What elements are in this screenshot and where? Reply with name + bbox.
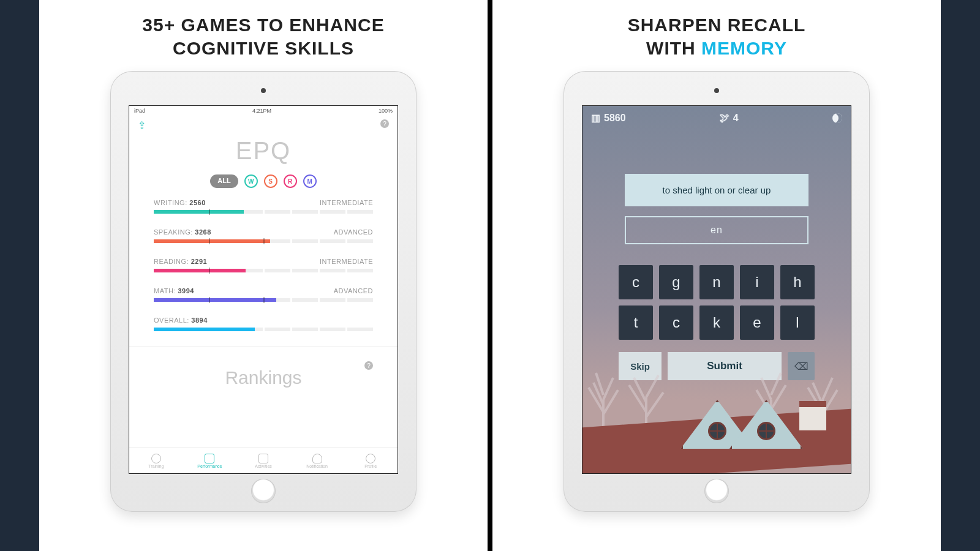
answer-input[interactable]: en	[625, 216, 809, 244]
clue-box: to shed light on or clear up	[625, 174, 809, 206]
score-value: 5860	[604, 113, 626, 124]
tab-label: Notification	[306, 464, 328, 468]
metric-label: MATH: 3994	[154, 287, 194, 294]
metric-label: OVERALL: 3894	[154, 317, 208, 324]
headline-accent: MEMORY	[701, 38, 787, 58]
metric-orange: SPEAKING: 3268ADVANCED	[154, 228, 373, 243]
lives-value: 4	[733, 113, 739, 124]
tab-icon	[366, 454, 375, 463]
moon-icon[interactable]	[832, 113, 842, 123]
letter-tile[interactable]: g	[659, 265, 693, 299]
headline-right: SHARPEN RECALL WITH MEMORY	[492, 13, 941, 59]
tab-profile[interactable]: Profile	[344, 448, 398, 473]
metric-score: 2560	[189, 199, 205, 206]
progress-fill	[154, 269, 246, 272]
help-icon[interactable]: ?	[364, 361, 373, 370]
progress-fill	[154, 210, 244, 214]
metric-label: SPEAKING: 3268	[154, 228, 211, 236]
tab-icon	[312, 454, 322, 463]
metric-level: INTERMEDIATE	[320, 199, 373, 206]
metric-level: ADVANCED	[334, 228, 373, 236]
headline-left-line1: 35+ GAMES TO ENHANCE	[39, 13, 488, 37]
rankings-title: Rankings	[225, 367, 301, 388]
progress-bar	[154, 210, 373, 214]
tab-icon	[151, 454, 161, 463]
panel-divider	[488, 0, 492, 551]
tab-activities[interactable]: Activities	[236, 448, 290, 473]
ipad-camera	[261, 88, 266, 93]
letter-grid: cgnihtckel	[619, 265, 815, 340]
status-time: 4:21PM	[252, 108, 271, 114]
status-battery: 100%	[379, 108, 393, 114]
headline-right-line1: SHARPEN RECALL	[492, 13, 941, 37]
metric-score: 3894	[191, 317, 207, 324]
ipad-camera	[714, 88, 719, 93]
progress-fill	[154, 298, 276, 302]
tab-label: Training	[148, 464, 164, 468]
headline-left: 35+ GAMES TO ENHANCE COGNITIVE SKILLS	[39, 13, 488, 59]
tab-bar: TrainingPerformanceActivitiesNotificatio…	[129, 448, 398, 473]
progress-fill	[154, 328, 255, 331]
status-bar: iPad 4:21PM 100%	[129, 106, 398, 116]
filter-reading[interactable]: R	[284, 174, 297, 188]
headline-left-line2: COGNITIVE SKILLS	[39, 37, 488, 60]
metric-level: INTERMEDIATE	[320, 258, 373, 265]
progress-bar	[154, 298, 373, 302]
metric-teal: WRITING: 2560INTERMEDIATE	[154, 199, 373, 214]
letter-tile[interactable]: c	[659, 305, 693, 340]
home-button[interactable]	[251, 479, 276, 503]
letter-tile[interactable]: l	[780, 305, 815, 340]
help-icon[interactable]: ?	[380, 119, 389, 128]
metric-level: ADVANCED	[334, 287, 373, 294]
tab-icon	[205, 454, 214, 463]
metric-label: READING: 2291	[154, 258, 207, 265]
section-divider	[129, 346, 398, 347]
letter-tile[interactable]: h	[780, 265, 815, 299]
status-device: iPad	[134, 108, 145, 114]
letter-tile[interactable]: e	[740, 305, 774, 340]
panel-right: SHARPEN RECALL WITH MEMORY ▥ 5860 🕊 4	[492, 0, 941, 551]
metric-label: WRITING: 2560	[154, 199, 206, 206]
metric-score: 3268	[195, 228, 211, 236]
score-icon: ▥	[591, 112, 600, 124]
metric-score: 2291	[191, 258, 207, 265]
headline-right-line2: WITH MEMORY	[492, 37, 941, 60]
metric-score: 3994	[178, 287, 194, 294]
tab-label: Profile	[364, 464, 377, 468]
screen-epq: iPad 4:21PM 100% ⇪ ? EPQ ALL W S R M WRI…	[129, 105, 398, 474]
ipad-left: iPad 4:21PM 100% ⇪ ? EPQ ALL W S R M WRI…	[110, 71, 417, 512]
ipad-right: ▥ 5860 🕊 4 to shed light on or clear up …	[564, 71, 870, 512]
filter-speaking[interactable]: S	[264, 174, 277, 188]
bird-icon: 🕊	[720, 113, 729, 124]
tab-notification[interactable]: Notification	[290, 448, 344, 473]
background-illustration	[582, 369, 851, 473]
letter-tile[interactable]: c	[619, 265, 653, 299]
rankings-header: ? Rankings	[129, 367, 398, 388]
letter-tile[interactable]: k	[699, 305, 734, 340]
screen-memory-game: ▥ 5860 🕊 4 to shed light on or clear up …	[582, 105, 851, 474]
panel-left: 35+ GAMES TO ENHANCE COGNITIVE SKILLS iP…	[39, 0, 488, 551]
letter-tile[interactable]: t	[619, 305, 653, 340]
tab-performance[interactable]: Performance	[183, 448, 237, 473]
filter-all[interactable]: ALL	[210, 174, 238, 188]
page-title: EPQ	[129, 137, 398, 165]
filter-writing[interactable]: W	[244, 174, 258, 188]
share-icon[interactable]: ⇪	[138, 119, 146, 131]
metric-pink: READING: 2291INTERMEDIATE	[154, 258, 373, 272]
metric-cyan: OVERALL: 3894	[154, 317, 373, 331]
tab-icon	[258, 454, 268, 463]
tab-label: Performance	[197, 464, 222, 468]
progress-fill	[154, 239, 270, 243]
progress-bar	[154, 239, 373, 243]
letter-tile[interactable]: n	[699, 265, 734, 299]
tab-label: Activities	[255, 464, 272, 468]
progress-bar	[154, 328, 373, 331]
tab-training[interactable]: Training	[129, 448, 183, 473]
metric-purple: MATH: 3994ADVANCED	[154, 287, 373, 302]
filter-math[interactable]: M	[303, 174, 317, 188]
home-button[interactable]	[704, 479, 729, 503]
progress-bar	[154, 269, 373, 272]
game-hud: ▥ 5860 🕊 4	[582, 106, 851, 130]
filter-row: ALL W S R M	[129, 174, 398, 188]
letter-tile[interactable]: i	[740, 265, 774, 299]
